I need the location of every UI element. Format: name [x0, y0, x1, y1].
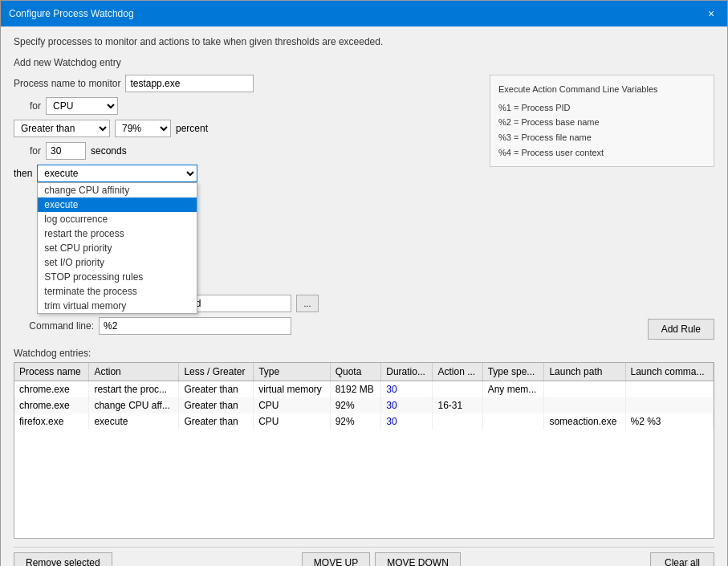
cell-launch-cmd — [625, 397, 714, 413]
cmdline-input[interactable] — [99, 317, 291, 335]
cell-duration: 30 — [381, 397, 433, 413]
percent-select[interactable]: 79% 50% 90% — [115, 120, 171, 137]
for-label1: for — [30, 100, 41, 112]
table-row[interactable]: chrome.exe restart the proc... Greater t… — [14, 381, 714, 398]
info-line-1: %1 = Process PID — [498, 100, 706, 116]
then-select[interactable]: execute — [37, 165, 197, 182]
info-line-3: %3 = Process file name — [498, 130, 706, 145]
browse-button[interactable]: ... — [296, 295, 319, 312]
action-dropdown: change CPU affinity execute log occurren… — [37, 182, 197, 314]
cell-action-spec: 16-31 — [433, 397, 482, 413]
cell-duration: 30 — [381, 413, 433, 430]
cell-type: CPU — [254, 413, 331, 430]
table-row[interactable]: firefox.exe execute Greater than CPU 92%… — [14, 413, 714, 430]
cell-process: chrome.exe — [14, 397, 89, 413]
dropdown-item-trim[interactable]: trim virtual memory — [38, 299, 197, 313]
then-row: then execute change CPU affinity execute… — [14, 165, 477, 182]
move-buttons: MOVE UP MOVE DOWN — [302, 552, 461, 566]
then-label: then — [14, 168, 32, 179]
add-rule-button[interactable]: Add Rule — [648, 319, 714, 340]
process-name-label: Process name to monitor — [14, 78, 120, 89]
cell-action: execute — [89, 413, 179, 430]
cell-process: chrome.exe — [14, 381, 89, 398]
info-title: Execute Action Command Line Variables — [498, 82, 706, 97]
col-type: Type — [254, 363, 331, 381]
col-launch-path: Launch path — [544, 363, 625, 381]
title-bar: Configure Process Watchdog × — [1, 1, 727, 26]
dropdown-item-restart[interactable]: restart the process — [38, 226, 197, 241]
cell-less-greater: Greater than — [179, 381, 254, 398]
dropdown-item-change-cpu[interactable]: change CPU affinity — [38, 183, 197, 197]
dropdown-item-log[interactable]: log occurrence — [38, 212, 197, 226]
cmdline-row: Command line: — [14, 317, 477, 335]
for-label2: for — [30, 145, 41, 157]
remove-selected-button[interactable]: Remove selected — [14, 552, 112, 566]
col-action: Action — [89, 363, 179, 381]
watchdog-table: Process name Action Less / Greater Type … — [14, 363, 714, 430]
cmdline-label: Command line: — [14, 320, 94, 332]
dropdown-item-execute[interactable]: execute — [38, 197, 197, 212]
cell-launch-path — [544, 397, 625, 413]
process-name-input[interactable] — [125, 75, 254, 92]
col-launch-cmd: Launch comma... — [625, 363, 714, 381]
cell-less-greater: Greater than — [179, 397, 254, 413]
col-action-spec: Action ... — [433, 363, 482, 381]
then-select-wrapper: execute change CPU affinity execute log … — [37, 165, 197, 182]
cell-quota: 92% — [330, 413, 381, 430]
cell-action: change CPU aff... — [89, 397, 179, 413]
table-body: chrome.exe restart the proc... Greater t… — [14, 381, 714, 430]
configure-dialog: Configure Process Watchdog × Specify pro… — [0, 0, 728, 566]
cell-quota: 8192 MB — [330, 381, 381, 398]
bottom-buttons: Remove selected MOVE UP MOVE DOWN Clear … — [14, 547, 714, 566]
dropdown-item-stop[interactable]: STOP processing rules — [38, 270, 197, 284]
cell-type-spec: Any mem... — [482, 381, 544, 398]
dropdown-item-set-cpu[interactable]: set CPU priority — [38, 241, 197, 255]
cell-action-spec — [433, 381, 482, 398]
dialog-title: Configure Process Watchdog — [9, 8, 134, 19]
add-rule-wrapper: Add Rule — [648, 195, 714, 340]
cell-action: restart the proc... — [89, 381, 179, 398]
cell-action-spec — [433, 413, 482, 430]
seconds-input[interactable] — [46, 142, 86, 160]
info-line-2: %2 = Process base name — [498, 115, 706, 130]
cell-type: virtual memory — [254, 381, 331, 398]
condition-row: Greater than Less than 79% 50% 90% perce… — [14, 120, 477, 137]
cell-launch-path: someaction.exe — [544, 413, 625, 430]
info-line-4: %4 = Process user context — [498, 145, 706, 161]
add-entry-label: Add new Watchdog entry — [14, 57, 714, 68]
cell-quota: 92% — [330, 397, 381, 413]
move-down-button[interactable]: MOVE DOWN — [375, 552, 461, 566]
percent-label: percent — [176, 123, 208, 134]
col-quota: Quota — [330, 363, 381, 381]
right-area: Execute Action Command Line Variables %1… — [490, 75, 714, 340]
form-area: Process name to monitor for CPU Memory V… — [14, 75, 477, 340]
table-header: Process name Action Less / Greater Type … — [14, 363, 714, 381]
for-cpu-row: for CPU Memory Virtual Memory — [14, 97, 477, 115]
subtitle-text: Specify processes to monitor and actions… — [14, 36, 714, 47]
move-up-button[interactable]: MOVE UP — [302, 552, 370, 566]
info-box: Execute Action Command Line Variables %1… — [490, 75, 714, 167]
cell-type: CPU — [254, 397, 331, 413]
condition-select[interactable]: Greater than Less than — [14, 120, 110, 137]
seconds-label: seconds — [91, 145, 127, 157]
cell-less-greater: Greater than — [179, 413, 254, 430]
cell-launch-cmd: %2 %3 — [625, 413, 714, 430]
col-duration: Duratio... — [381, 363, 433, 381]
table-row[interactable]: chrome.exe change CPU aff... Greater tha… — [14, 397, 714, 413]
cell-process: firefox.exe — [14, 413, 89, 430]
cell-launch-cmd — [625, 381, 714, 398]
cell-type-spec — [482, 397, 544, 413]
cell-launch-path — [544, 381, 625, 398]
clear-all-button[interactable]: Clear all — [650, 552, 714, 566]
cell-type-spec — [482, 413, 544, 430]
close-button[interactable]: × — [703, 6, 719, 22]
cpu-select[interactable]: CPU Memory Virtual Memory — [46, 97, 118, 115]
cell-duration: 30 — [381, 381, 433, 398]
col-process-name: Process name — [14, 363, 89, 381]
col-type-spec: Type spe... — [482, 363, 544, 381]
dialog-body: Specify processes to monitor and actions… — [1, 26, 727, 566]
dropdown-item-set-io[interactable]: set I/O priority — [38, 255, 197, 270]
dropdown-item-terminate[interactable]: terminate the process — [38, 284, 197, 299]
top-area: Process name to monitor for CPU Memory V… — [14, 75, 714, 340]
process-name-row: Process name to monitor — [14, 75, 477, 92]
